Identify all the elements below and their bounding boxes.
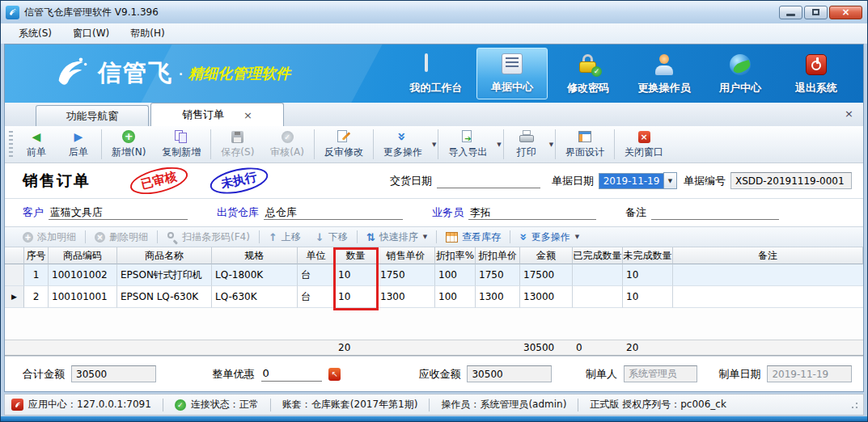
close-button[interactable]: × — [829, 6, 862, 19]
stamp-audited: 已审核 — [128, 162, 191, 200]
scan-barcode-button: 扫描条形码(F4) — [159, 230, 257, 244]
discount-edit-icon[interactable]: ↖ — [328, 368, 341, 381]
col-spec[interactable]: 规格 — [212, 247, 298, 264]
account-set-text: 账套：仓库账套(2017年第1期) — [282, 398, 418, 411]
tabstrip-close-icon[interactable]: × — [845, 108, 853, 120]
menu-help[interactable]: 帮助(H) — [121, 24, 174, 43]
tab-nav-window[interactable]: 功能导航窗 — [36, 105, 149, 126]
dropdown-caret-icon[interactable]: ▼ — [549, 141, 553, 148]
view-stock-button[interactable]: 查看库存 — [438, 230, 508, 244]
tab-close-icon[interactable]: × — [243, 109, 252, 121]
current-row-marker-icon: ▶ — [11, 293, 17, 301]
col-uncompleted-qty[interactable]: 未完成数量 — [623, 247, 673, 264]
col-unit-price[interactable]: 销售单价 — [377, 247, 435, 264]
operator-text: 操作员：系统管理员(admin) — [441, 398, 566, 411]
tab-label: 功能导航窗 — [66, 109, 119, 124]
unaudit-edit-button[interactable]: 反审修改 — [316, 126, 371, 162]
window-bottom-edge — [1, 416, 867, 421]
order-items-table: 序号 商品编码 商品名称 规格 单位 数量 销售单价 折扣率% 折扣单价 金额 … — [5, 247, 863, 356]
nav-my-workbench[interactable]: 我的工作台 — [400, 48, 472, 99]
summary-quantity: 20 — [335, 340, 377, 355]
tab-strip: 功能导航窗 销售订单 × × — [5, 103, 863, 126]
quick-sort-button[interactable]: ⇅ 快速排序 ▼ — [359, 230, 434, 244]
summary-completed: 0 — [573, 340, 623, 355]
dropdown-caret-icon[interactable]: ▼ — [423, 234, 427, 240]
move-up-icon: ↑ — [269, 231, 277, 243]
app-center-text: 应用中心：127.0.0.1:7091 — [28, 398, 151, 411]
double-chevron-down-icon: » — [398, 129, 407, 144]
close-window-icon: × — [638, 129, 650, 144]
salesman-input[interactable]: 李拓 — [468, 205, 596, 220]
row-selector[interactable]: ▶ — [5, 286, 24, 308]
toolbar-grip[interactable] — [9, 131, 13, 158]
col-product-name[interactable]: 商品名称 — [117, 247, 212, 264]
close-window-button[interactable]: × 关闭窗口 — [616, 126, 671, 162]
dropdown-caret-icon[interactable]: ▼ — [575, 234, 579, 240]
arrow-left-icon: ◀ — [32, 129, 41, 144]
menu-bar: 系统(S) 窗口(W) 帮助(H) — [1, 23, 867, 44]
nav-user-center[interactable]: 用户中心 — [705, 48, 776, 99]
document-title: 销售订单 — [23, 171, 91, 192]
date-dropdown-icon[interactable]: ▼ — [663, 172, 677, 189]
col-completed-qty[interactable]: 已完成数量 — [573, 247, 623, 264]
document-center-icon — [502, 51, 523, 77]
table-row[interactable]: ▶ 2 100101001 EPSON LQ-630K LQ-630K 台 10… — [5, 286, 863, 308]
nav-doc-center[interactable]: 单据中心 — [476, 48, 548, 99]
maximize-button[interactable] — [804, 6, 828, 19]
summary-amount: 30500 — [520, 340, 573, 355]
customer-input[interactable]: 蓝猫文具店 — [49, 205, 188, 220]
nav-switch-operator[interactable]: 更换操作员 — [629, 48, 700, 99]
prev-order-button[interactable]: ◀ 前单 — [15, 126, 57, 162]
dropdown-caret-icon[interactable]: ▼ — [497, 141, 501, 148]
order-discount-input[interactable]: 0 — [261, 367, 323, 382]
col-remark[interactable]: 备注 — [673, 247, 863, 264]
menu-window[interactable]: 窗口(W) — [63, 24, 119, 43]
col-product-code[interactable]: 商品编码 — [49, 247, 117, 264]
move-down-button[interactable]: ↓ 下移 — [308, 230, 355, 244]
order-toolbar: ◀ 前单 ▶ 后单 + 新增(N) 复制新增 保存(S) ✓ — [5, 126, 863, 163]
nav-change-password[interactable]: ✓ 修改密码 — [553, 48, 624, 99]
tab-sales-order[interactable]: 销售订单 × — [150, 103, 284, 126]
user-center-globe-icon — [730, 52, 751, 78]
move-up-button[interactable]: ↑ 上移 — [261, 230, 308, 244]
double-chevron-down-icon: » — [519, 233, 528, 241]
more-operations-button[interactable]: » 更多操作 — [375, 128, 430, 161]
receivable-label: 应收金额 — [418, 367, 460, 382]
col-discount-rate[interactable]: 折扣率% — [435, 247, 476, 264]
brand-separator: · — [178, 64, 184, 84]
arrow-right-icon: ▶ — [74, 129, 83, 144]
col-discount-price[interactable]: 折扣单价 — [476, 247, 520, 264]
order-fields-row: 客户 蓝猫文具店 出货仓库 总仓库 业务员 李拓 备注 — [5, 199, 863, 226]
col-quantity[interactable]: 数量 — [335, 247, 377, 264]
dropdown-caret-icon[interactable]: ▼ — [432, 141, 436, 148]
document-header: 销售订单 已审核 未执行 交货日期 单据日期 2019-11-19 ▼ 单据编号… — [5, 163, 863, 199]
print-button[interactable]: 打印 — [506, 128, 548, 161]
col-amount[interactable]: 金额 — [520, 247, 573, 264]
row-selector[interactable] — [5, 264, 24, 286]
warehouse-input[interactable]: 总仓库 — [264, 205, 403, 220]
warehouse-label: 出货仓库 — [217, 205, 259, 220]
doc-no-label: 单据编号 — [684, 174, 726, 188]
import-export-button[interactable]: ➔ 导入导出 — [440, 128, 495, 161]
more-actions-button[interactable]: » 更多操作 ▼ — [512, 230, 586, 244]
summary-uncompleted: 20 — [623, 340, 673, 355]
copy-add-button[interactable]: 复制新增 — [154, 126, 209, 162]
table-row[interactable]: 1 100101002 EPSON针式打印机 LQ-1800K 台 10 175… — [5, 264, 863, 286]
resize-grip[interactable] — [850, 401, 858, 409]
next-order-button[interactable]: ▶ 后单 — [57, 126, 100, 162]
delivery-date-input[interactable] — [437, 174, 540, 188]
doc-date-input[interactable]: 2019-11-19 — [599, 173, 663, 189]
nav-exit-system[interactable]: 退出系统 — [781, 48, 852, 99]
power-icon — [806, 52, 827, 78]
ui-design-button[interactable]: 界面设计 — [557, 126, 612, 162]
minimize-button[interactable] — [779, 6, 802, 19]
detail-toolbar: + 添加明细 × 删除明细 扫描条形码(F4) ↑ 上移 ↓ 下移 — [5, 226, 863, 247]
save-icon — [231, 129, 243, 144]
remark-input[interactable] — [651, 205, 779, 220]
col-unit[interactable]: 单位 — [298, 247, 335, 264]
connection-ok-icon: ✓ — [175, 399, 186, 411]
menu-system[interactable]: 系统(S) — [9, 24, 61, 43]
col-seq[interactable]: 序号 — [24, 247, 49, 264]
delete-detail-button: × 删除明细 — [87, 230, 155, 244]
add-new-button[interactable]: + 新增(N) — [104, 126, 154, 162]
